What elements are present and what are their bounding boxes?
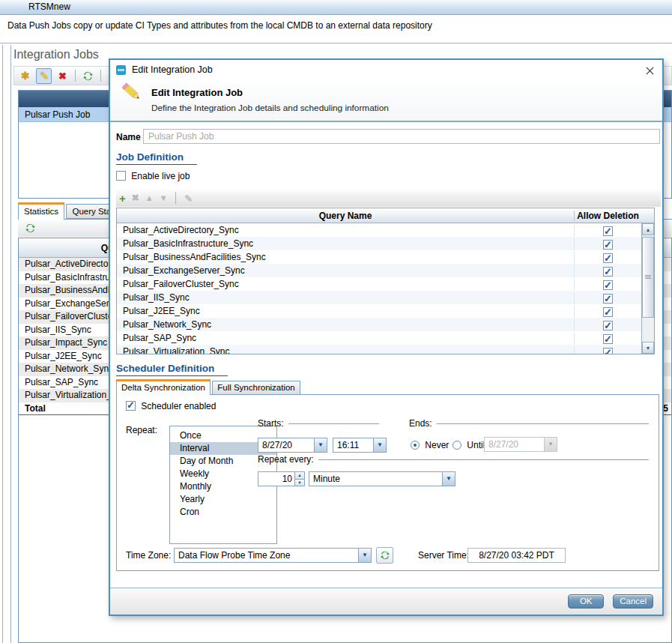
table-row[interactable]: Pulsar_ExchangeServer_Sync✓	[117, 264, 654, 277]
allow-deletion-checkbox[interactable]: ✓	[603, 280, 613, 290]
start-time-combobox[interactable]: 16:11 ▼	[333, 438, 387, 453]
close-icon[interactable]	[644, 65, 655, 76]
repeat-unit-combobox[interactable]: Minute ▼	[309, 471, 455, 486]
table-row[interactable]: Pulsar_BasicInfrastructure_Sync✓	[117, 237, 654, 250]
scroll-up-button[interactable]: ▲	[642, 223, 654, 235]
until-date-combobox: 8/27/20 ▼	[484, 437, 557, 452]
page-title: Integration Jobs	[13, 48, 99, 61]
table-row[interactable]: Pulsar_FailoverCluster_Sync✓	[117, 277, 654, 291]
server-time-label: Server Time:	[418, 550, 469, 561]
repeat-every-group: Repeat every:	[258, 454, 649, 465]
radio-icon	[452, 441, 461, 450]
table-row[interactable]: Pulsar_SAP_Sync✓	[117, 331, 654, 345]
refresh-icon	[25, 223, 36, 234]
remove-query-button[interactable]: ✖	[132, 193, 139, 203]
table-row[interactable]: Pulsar_BusinessAndFacilities_Sync✓	[117, 250, 654, 264]
toolbar-separator	[100, 70, 101, 82]
allow-deletion-checkbox[interactable]: ✓	[603, 253, 613, 263]
enable-live-job-checkbox[interactable]: ✓ Enable live job	[116, 171, 190, 181]
checkbox-icon: ✓	[126, 401, 136, 411]
dropdown-arrow-icon[interactable]: ▼	[314, 438, 327, 452]
app-icon	[116, 65, 126, 75]
statistics-refresh-button[interactable]	[22, 220, 38, 236]
query-table-header: Query Name Allow Deletion	[117, 208, 654, 223]
edit-integration-job-dialog: Edit Integration Job Edit Integration Jo…	[109, 58, 664, 616]
refresh-time-button[interactable]	[376, 547, 393, 564]
allow-deletion-checkbox[interactable]: ✓	[603, 321, 613, 330]
delete-job-button[interactable]: ✖	[55, 68, 70, 84]
vertical-scrollbar[interactable]: ▲ ▼	[641, 223, 654, 354]
table-row[interactable]: Pulsar_ActiveDirectory_Sync✓	[117, 223, 654, 237]
enable-live-job-label: Enable live job	[131, 171, 190, 181]
scheduler-definition-heading: Scheduler Definition	[116, 363, 228, 376]
dialog-header: Edit Integration Job Define the Integrat…	[110, 79, 662, 122]
tab-statistics[interactable]: Statistics	[18, 202, 64, 220]
list-item[interactable]: Yearly	[170, 493, 276, 506]
table-row[interactable]: Pulsar_Network_Sync✓	[117, 318, 654, 331]
time-zone-combobox[interactable]: Data Flow Probe Time Zone ▼	[174, 548, 372, 563]
pencil-icon	[39, 70, 49, 81]
scroll-down-button[interactable]: ▼	[642, 342, 654, 354]
dialog-title: Edit Integration Job	[132, 64, 213, 75]
spin-up-icon[interactable]: ▲	[294, 472, 304, 479]
tab-full-synchronization[interactable]: Full Synchronization	[212, 381, 300, 395]
job-definition-heading: Job Definition	[116, 151, 197, 165]
dropdown-arrow-icon[interactable]: ▼	[442, 472, 455, 486]
table-row[interactable]: Pulsar_Virtualization_Sync✓	[117, 345, 654, 354]
repeat-every-stepper[interactable]: 10 ▲ ▼	[258, 471, 305, 486]
tab-delta-synchronization[interactable]: Delta Synchronization	[116, 379, 211, 395]
new-job-button[interactable]: ✱	[17, 68, 33, 84]
never-radio[interactable]: Never	[411, 440, 449, 450]
starts-label: Starts:	[258, 418, 284, 429]
dialog-header-title: Edit Integration Job	[151, 87, 243, 98]
server-time-value: 8/27/20 03:42 PDT	[467, 548, 566, 563]
tab-rtsmnew[interactable]: RTSMnew	[28, 1, 70, 12]
repeat-every-label: Repeat every:	[258, 454, 314, 465]
ok-button[interactable]: OK	[568, 594, 604, 609]
checkbox-icon: ✓	[116, 171, 126, 181]
move-down-button[interactable]: ▼	[160, 193, 168, 202]
ends-group: Ends:	[409, 418, 649, 429]
allow-deletion-checkbox[interactable]: ✓	[603, 294, 613, 304]
allow-deletion-checkbox[interactable]: ✓	[603, 267, 613, 277]
scrollbar-thumb[interactable]	[642, 237, 654, 318]
spin-down-icon[interactable]: ▼	[294, 479, 304, 486]
dropdown-arrow-icon[interactable]: ▼	[358, 549, 371, 562]
cancel-button[interactable]: Cancel	[613, 594, 653, 609]
move-up-button[interactable]: ▲	[145, 193, 154, 202]
scheduler-enabled-checkbox[interactable]: ✓ Scheduler enabled	[126, 401, 216, 411]
panel-border	[2, 45, 3, 643]
total-value: 5	[663, 402, 668, 416]
refresh-jobs-button[interactable]	[80, 68, 96, 84]
column-query-name[interactable]: Query Name	[117, 211, 574, 221]
until-radio[interactable]: Until	[452, 440, 485, 450]
allow-deletion-checkbox[interactable]: ✓	[603, 240, 613, 250]
screen: RTSMnew Data Push Jobs copy or update CI…	[0, 0, 672, 643]
allow-deletion-checkbox[interactable]: ✓	[603, 348, 613, 354]
until-label: Until	[467, 440, 485, 450]
start-date-combobox[interactable]: 8/27/20 ▼	[258, 438, 327, 453]
edit-query-button[interactable]	[184, 193, 193, 203]
list-item[interactable]: Cron	[170, 506, 276, 519]
allow-deletion-checkbox[interactable]: ✓	[603, 307, 613, 317]
allow-deletion-checkbox[interactable]: ✓	[603, 334, 613, 344]
new-icon: ✱	[21, 70, 30, 82]
table-row[interactable]: Pulsar_J2EE_Sync✓	[117, 304, 654, 318]
toolbar-separator	[75, 70, 76, 82]
dialog-title-bar[interactable]: Edit Integration Job	[110, 60, 662, 79]
refresh-icon	[380, 550, 390, 561]
allow-deletion-checkbox[interactable]: ✓	[603, 226, 613, 236]
panel-border	[10, 45, 11, 643]
dropdown-arrow-icon[interactable]: ▼	[373, 438, 386, 452]
page-description: Data Push Jobs copy or update CI Types a…	[7, 20, 659, 31]
divider	[0, 43, 672, 43]
edit-job-button[interactable]	[36, 68, 52, 84]
repeat-every-value: 10	[282, 474, 292, 484]
column-allow-deletion[interactable]: Allow Deletion	[574, 211, 641, 221]
total-label: Total	[25, 403, 46, 414]
table-row[interactable]: Pulsar_IIS_Sync✓	[117, 291, 654, 304]
radio-icon	[411, 441, 420, 450]
job-name-field[interactable]	[143, 129, 660, 144]
never-label: Never	[425, 440, 449, 450]
add-query-button[interactable]: +	[119, 192, 126, 205]
